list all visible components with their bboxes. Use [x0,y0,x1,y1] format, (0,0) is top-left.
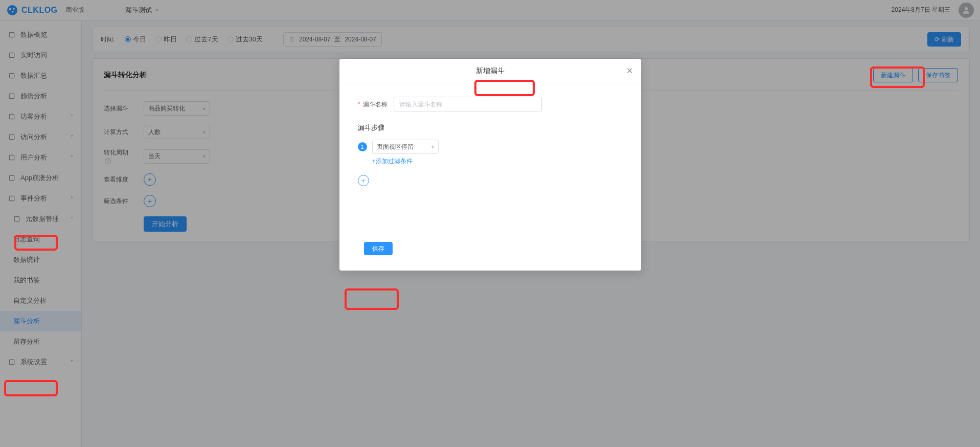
funnel-name-label: * 漏斗名称 [358,100,388,109]
close-icon[interactable]: ✕ [626,66,633,76]
add-step-filter-link[interactable]: +添加过滤条件 [372,157,413,166]
new-funnel-modal: 新增漏斗 ✕ * 漏斗名称 漏斗步骤 1 页面视区停留 ▾ +添加过滤条件 + … [339,59,641,271]
modal-header: 新增漏斗 ✕ [339,59,641,83]
step-event-value: 页面视区停留 [377,143,414,151]
step-event-dropdown[interactable]: 页面视区停留 ▾ [372,140,439,154]
steps-section-title: 漏斗步骤 [358,123,622,132]
funnel-name-input[interactable] [394,97,542,112]
add-step-button[interactable]: + [358,175,369,186]
modal-save-button[interactable]: 保存 [364,242,393,255]
modal-title: 新增漏斗 [476,66,505,76]
chevron-down-icon: ▾ [431,144,434,150]
required-star: * [358,100,360,108]
funnel-step-row: 1 页面视区停留 ▾ [358,140,622,154]
step-number-badge: 1 [358,142,367,151]
